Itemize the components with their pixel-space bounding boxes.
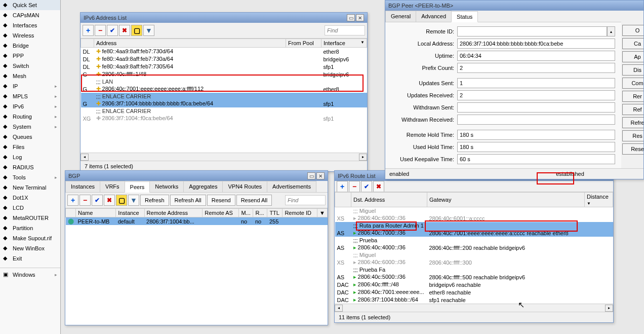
- table-row[interactable]: AS▸ 2806:40c:7000::/362806:40c:7001:eeee…: [335, 229, 613, 237]
- remote-id-input[interactable]: [457, 26, 607, 36]
- enable-button[interactable]: ✔: [361, 181, 372, 192]
- add-button[interactable]: +: [337, 181, 348, 192]
- local-addr-input[interactable]: [457, 39, 615, 49]
- disable-button[interactable]: ✖: [119, 25, 130, 36]
- disable-button[interactable]: ✖: [373, 181, 384, 192]
- sidebar-item-ppp[interactable]: ◆PPP: [0, 51, 60, 61]
- used-hold-input[interactable]: [457, 142, 615, 152]
- used-keep-input[interactable]: [457, 154, 615, 164]
- sidebar-item-new-terminal[interactable]: ◆New Terminal: [0, 182, 60, 193]
- tab-networks[interactable]: Networks: [149, 181, 184, 192]
- resend-all-button[interactable]: Resend All: [236, 195, 272, 206]
- window-titlebar[interactable]: BGP ▭ ✕: [65, 171, 328, 181]
- sidebar-item-tools[interactable]: ◆Tools▸: [0, 172, 60, 182]
- sidebar-item-queues[interactable]: ◆Queues: [0, 132, 60, 142]
- table-row[interactable]: G✚ 2806:40c:7001:eeee:eeee:eeee:a:ffff/1…: [81, 85, 367, 93]
- sidebar-item-capsman[interactable]: ◆CAPsMAN: [0, 10, 60, 20]
- table-row[interactable]: XS▸ 2806:40c:6000::/362806:40c:6001::a:c…: [335, 214, 613, 222]
- tab-advanced[interactable]: Advanced: [416, 11, 452, 22]
- sidebar-item-ipv6[interactable]: ◆IPv6▸: [0, 101, 60, 112]
- sidebar-item-dot1x[interactable]: ◆Dot1X: [0, 193, 60, 203]
- add-button[interactable]: +: [67, 195, 78, 206]
- scroll-left-button[interactable]: ◂: [335, 305, 343, 312]
- table-row[interactable]: G✚ 2806:40c:ffff::1/48bridgeipv6: [81, 70, 367, 78]
- minimize-button[interactable]: ▭: [347, 14, 355, 21]
- sidebar-item-exit[interactable]: ◆Exit: [0, 253, 60, 264]
- sidebar-item-bridge[interactable]: ◆Bridge: [0, 41, 60, 51]
- table-row[interactable]: ;;; Prueba Fa: [335, 266, 613, 273]
- table-row[interactable]: G✚ 2806:3f7:1004:bbbb:bbbb:bbbb:f0ca:beb…: [81, 100, 367, 107]
- resend-button[interactable]: Resend: [207, 195, 235, 206]
- col-m[interactable]: M...: [239, 209, 253, 217]
- withdrawn-sent-input[interactable]: [457, 102, 615, 113]
- find-input[interactable]: [325, 25, 365, 35]
- table-row[interactable]: ;;; Miguel: [335, 207, 613, 215]
- sidebar-item-mesh[interactable]: ◆Mesh: [0, 71, 60, 81]
- uptime-input[interactable]: [457, 51, 615, 61]
- table-row[interactable]: DAC▸ 2806:40c:7001:eeee:eee...ether8 rea…: [335, 288, 613, 296]
- ref-button[interactable]: Ref: [622, 104, 643, 115]
- window-titlebar[interactable]: IPv6 Address List ▭ ✕: [80, 13, 367, 23]
- add-button[interactable]: +: [83, 25, 94, 36]
- sidebar-item-lcd[interactable]: ◆LCD: [0, 203, 60, 213]
- tab-peers[interactable]: Peers: [125, 181, 150, 193]
- refresh-button[interactable]: Refresh: [140, 195, 169, 206]
- remote-hold-input[interactable]: [457, 130, 615, 140]
- sidebar-item-wireless[interactable]: ◆Wireless: [0, 30, 60, 41]
- sidebar-item-radius[interactable]: ◆RADIUS: [0, 162, 60, 172]
- tab-status[interactable]: Status: [451, 11, 478, 22]
- table-row[interactable]: ;;; Ruta para Router Admin 1: [335, 222, 613, 229]
- col-r[interactable]: R...: [253, 209, 267, 217]
- sidebar-item-ip[interactable]: ◆IP▸: [0, 81, 60, 91]
- table-row[interactable]: AS▸ 2806:40c:5000::/362806:40c:ffff::500…: [335, 273, 613, 281]
- rese-button[interactable]: Rese: [622, 143, 643, 155]
- col-dst[interactable]: Dst. Address: [351, 193, 427, 207]
- comment-button[interactable]: ▢: [131, 25, 142, 36]
- dis-button[interactable]: Dis: [622, 64, 643, 76]
- table-row[interactable]: ;;; ENLACE CARRIER: [81, 93, 367, 100]
- scroll-left-button[interactable]: ◂: [80, 154, 89, 161]
- withdrawn-recv-input[interactable]: [457, 115, 615, 125]
- tab-vpn4-routes[interactable]: VPN4 Routes: [222, 181, 267, 192]
- table-row[interactable]: XS▸ 2806:40c:6000::/362806:40c:ffff::300: [335, 258, 613, 266]
- remove-button[interactable]: −: [79, 195, 91, 206]
- close-button[interactable]: ✕: [356, 14, 364, 21]
- sidebar-windows[interactable]: ▣ Windows ▸: [0, 268, 60, 280]
- scroll-right-button[interactable]: ▸: [605, 305, 613, 312]
- remove-button[interactable]: −: [349, 181, 360, 192]
- table-row[interactable]: ;;; LAN: [81, 78, 367, 85]
- disable-button[interactable]: ✖: [104, 195, 115, 206]
- find-input[interactable]: [285, 195, 326, 205]
- refre-button[interactable]: Refre: [622, 117, 643, 128]
- col-name[interactable]: Name: [76, 209, 116, 217]
- sidebar-item-new-winbox[interactable]: ◆New WinBox: [0, 243, 60, 253]
- col-instance[interactable]: Instance: [116, 209, 144, 217]
- table-row[interactable]: XG✚ 2806:3f7:1004::f0ca:bebe/64sfp1: [81, 115, 367, 122]
- sidebar-item-routing[interactable]: ◆Routing▸: [0, 112, 60, 122]
- col-remote-id[interactable]: Remote ID: [283, 209, 317, 217]
- sidebar-item-metarouter[interactable]: ◆MetaROUTER: [0, 213, 60, 223]
- minimize-button[interactable]: ▭: [307, 172, 315, 179]
- table-row[interactable]: DL✚ fe80::4aa9:8aff:feb7:730d/64ether8: [81, 48, 367, 56]
- sidebar-item-make-supout.rif[interactable]: ◆Make Supout.rif: [0, 233, 60, 243]
- sidebar-item-partition[interactable]: ◆Partition: [0, 223, 60, 233]
- table-row[interactable]: DAC▸ 2806:40c:ffff::/48bridgeipv6 reacha…: [335, 281, 613, 288]
- sidebar-item-log[interactable]: ◆Log: [0, 152, 60, 162]
- sidebar-item-interfaces[interactable]: ◆Interfaces: [0, 20, 60, 30]
- close-button[interactable]: ✕: [316, 172, 325, 179]
- sidebar-item-switch[interactable]: ◆Switch: [0, 61, 60, 71]
- sidebar-item-system[interactable]: ◆System▸: [0, 122, 60, 132]
- tab-advertisements[interactable]: Advertisements: [267, 181, 316, 192]
- enable-button[interactable]: ✔: [107, 25, 118, 36]
- table-row[interactable]: DL✚ fe80::4aa9:8aff:feb7:7305/64sfp1: [81, 63, 367, 70]
- col-remote-as[interactable]: Remote AS: [203, 209, 239, 217]
- tab-aggregates[interactable]: Aggregates: [183, 181, 223, 192]
- remove-button[interactable]: −: [95, 25, 106, 36]
- tab-instances[interactable]: Instances: [65, 181, 100, 192]
- enable-button[interactable]: ✔: [92, 195, 103, 206]
- up-arrow-button[interactable]: ▴: [607, 26, 615, 36]
- col-distance[interactable]: Distance ▼: [585, 193, 613, 207]
- col-address[interactable]: Address: [94, 39, 286, 48]
- sidebar-item-files[interactable]: ◆Files: [0, 142, 60, 152]
- updates-recv-input[interactable]: [457, 90, 615, 100]
